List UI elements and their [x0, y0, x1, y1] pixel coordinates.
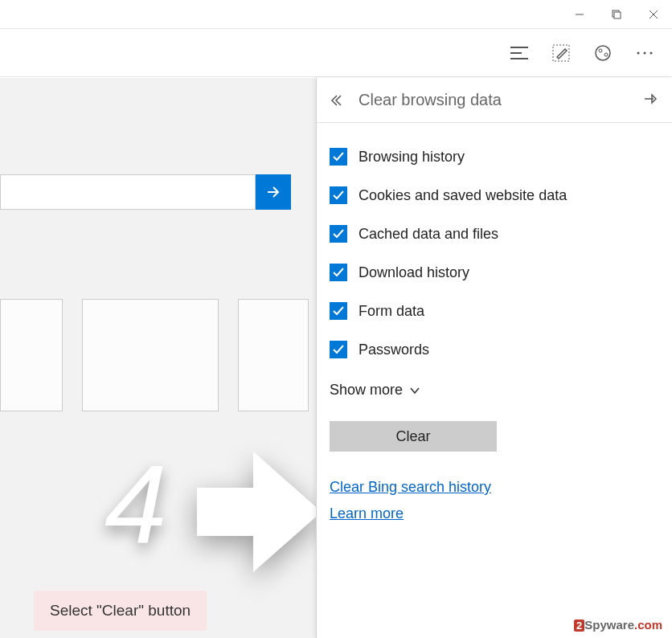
clear-button[interactable]: Clear	[330, 421, 497, 452]
learn-more-link[interactable]: Learn more	[330, 501, 659, 527]
pin-icon[interactable]	[643, 92, 659, 108]
checkbox-checked-icon[interactable]	[330, 264, 347, 281]
checkbox-checked-icon[interactable]	[330, 302, 347, 320]
search-bar	[0, 174, 291, 210]
svg-point-9	[596, 46, 610, 60]
step-number: 4	[104, 440, 167, 570]
check-row[interactable]: Browsing history	[330, 137, 659, 176]
minimize-button[interactable]	[561, 0, 598, 29]
chevron-down-icon	[409, 386, 420, 395]
check-row[interactable]: Form data	[330, 292, 659, 330]
check-label: Form data	[359, 303, 424, 320]
window-titlebar	[0, 0, 672, 29]
check-row[interactable]: Download history	[330, 253, 659, 292]
checkbox-checked-icon[interactable]	[330, 148, 347, 166]
svg-point-13	[644, 51, 646, 54]
svg-point-10	[599, 49, 602, 52]
close-button[interactable]	[635, 0, 672, 29]
tile[interactable]	[0, 299, 63, 411]
checkbox-checked-icon[interactable]	[330, 341, 347, 358]
svg-point-12	[637, 51, 640, 54]
share-icon[interactable]	[592, 42, 614, 64]
tile[interactable]	[238, 299, 309, 411]
hub-icon[interactable]	[508, 42, 531, 64]
search-go-button[interactable]	[256, 174, 291, 210]
tile[interactable]	[82, 299, 219, 411]
checkbox-checked-icon[interactable]	[330, 186, 347, 204]
check-row[interactable]: Cookies and saved website data	[330, 176, 659, 215]
check-row[interactable]: Cached data and files	[330, 215, 659, 253]
panel-header: Clear browsing data	[317, 78, 672, 123]
webnote-icon[interactable]	[550, 42, 572, 64]
check-label: Download history	[359, 264, 469, 281]
watermark: 2Spyware.com	[574, 618, 662, 632]
check-label: Cached data and files	[359, 226, 498, 243]
panel-title: Clear browsing data	[359, 91, 629, 109]
panel-body: Browsing history Cookies and saved websi…	[317, 123, 672, 542]
svg-point-14	[650, 51, 653, 54]
instruction-arrow-icon	[181, 436, 326, 588]
check-label: Cookies and saved website data	[359, 187, 567, 204]
clear-bing-link[interactable]: Clear Bing search history	[330, 474, 659, 501]
check-label: Passwords	[359, 341, 429, 358]
maximize-button[interactable]	[598, 0, 635, 29]
instruction-text: Select "Clear" button	[34, 591, 207, 631]
check-label: Browsing history	[359, 149, 465, 166]
clear-data-panel: Clear browsing data Browsing history Coo…	[316, 78, 672, 638]
check-row[interactable]: Passwords	[330, 330, 659, 369]
more-icon[interactable]	[633, 42, 656, 64]
svg-rect-2	[614, 12, 621, 18]
search-input[interactable]	[0, 174, 256, 210]
show-more-toggle[interactable]: Show more	[330, 369, 659, 421]
show-more-label: Show more	[330, 382, 403, 399]
checkbox-checked-icon[interactable]	[330, 225, 347, 243]
browser-toolbar	[0, 29, 672, 77]
tile-row	[0, 299, 309, 411]
back-icon[interactable]	[330, 93, 344, 108]
svg-point-11	[604, 53, 608, 56]
